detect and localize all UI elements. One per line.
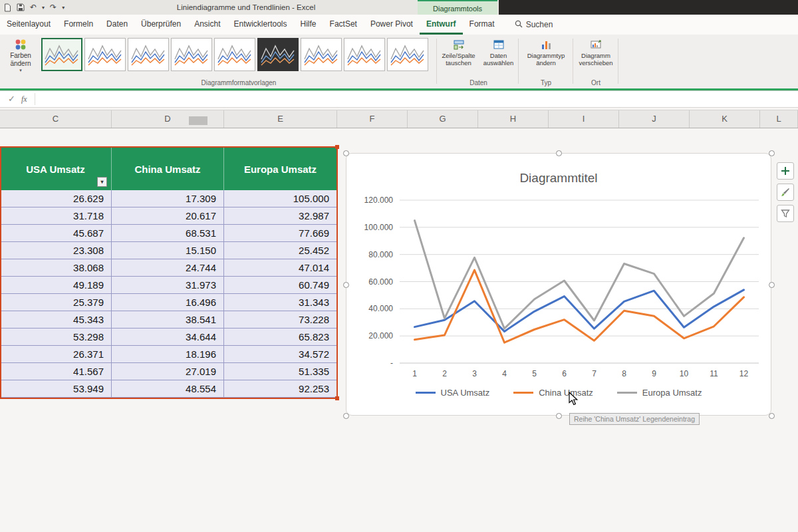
table-cell[interactable]: 38.541 [112, 311, 224, 329]
chart-style-5[interactable] [214, 38, 255, 71]
chart-style-7[interactable] [301, 38, 342, 71]
table-cell[interactable]: 68.531 [112, 225, 224, 242]
change-chart-type-button[interactable]: Diagrammtyp ändern [527, 38, 565, 67]
table-cell[interactable]: 77.669 [224, 225, 337, 242]
ribbon-tab-format[interactable]: Format [463, 15, 501, 35]
ribbon-tab-berpr-fen[interactable]: Überprüfen [134, 15, 188, 35]
table-cell[interactable]: 32.987 [224, 207, 337, 225]
table-cell[interactable]: 31.718 [0, 207, 112, 225]
ribbon-tab-factset[interactable]: FactSet [323, 15, 364, 35]
table-cell[interactable]: 65.823 [224, 329, 337, 346]
table-cell[interactable]: 25.379 [0, 294, 112, 311]
table-cell[interactable]: 51.335 [224, 363, 337, 380]
change-colors-button[interactable]: Farben ändern ▾ [3, 38, 39, 86]
column-header-C[interactable]: C [0, 110, 112, 128]
enter-check-icon[interactable]: ✓ [8, 91, 15, 107]
table-cell[interactable]: 20.617 [112, 207, 224, 225]
legend-item-china-umsatz[interactable]: China Umsatz [513, 388, 593, 398]
table-cell[interactable]: 48.554 [112, 380, 224, 398]
ribbon-tab-power-pivot[interactable]: Power Pivot [364, 15, 420, 35]
ribbon-tab-hilfe[interactable]: Hilfe [294, 15, 323, 35]
chart-style-6[interactable] [257, 38, 299, 71]
chart-style-4[interactable] [171, 38, 212, 71]
column-header-I[interactable]: I [549, 110, 619, 128]
chart-resize-handle[interactable] [769, 413, 775, 419]
column-header-J[interactable]: J [619, 110, 690, 128]
undo-caret-icon[interactable]: ▾ [42, 2, 45, 13]
table-cell[interactable]: 34.644 [112, 329, 224, 346]
table-cell[interactable]: 92.253 [224, 380, 337, 398]
table-cell[interactable]: 45.687 [0, 225, 112, 242]
chart-resize-handle[interactable] [556, 150, 562, 156]
ribbon-tab-daten[interactable]: Daten [100, 15, 134, 35]
chart-resize-handle[interactable] [343, 413, 349, 419]
ribbon-tab-ansicht[interactable]: Ansicht [188, 15, 227, 35]
chart-style-8[interactable] [344, 38, 385, 71]
chart-resize-handle[interactable] [343, 282, 349, 288]
context-tab-diagrammtools[interactable]: Diagrammtools [418, 0, 497, 15]
chart-filters-button[interactable] [777, 205, 794, 222]
chart-style-1[interactable] [41, 38, 82, 71]
table-cell[interactable]: 25.452 [224, 242, 337, 259]
column-header-G[interactable]: G [408, 110, 478, 128]
chart-styles-button[interactable] [777, 184, 794, 201]
filter-dropdown-icon[interactable]: ▾ [97, 177, 107, 187]
chart-style-3[interactable] [128, 38, 169, 71]
column-header-E[interactable]: E [224, 110, 337, 128]
move-chart-button[interactable]: Diagramm verschieben [577, 38, 615, 67]
column-header-K[interactable]: K [690, 110, 760, 128]
table-cell[interactable]: 45.343 [0, 311, 112, 329]
undo-icon[interactable]: ↶ [30, 2, 37, 13]
table-cell[interactable]: 16.496 [112, 294, 224, 311]
table-cell[interactable]: 41.567 [0, 363, 112, 380]
table-cell[interactable]: 27.019 [112, 363, 224, 380]
table-cell[interactable]: 73.228 [224, 311, 337, 329]
table-cell[interactable]: 23.308 [0, 242, 112, 259]
chart-resize-handle[interactable] [556, 413, 562, 419]
table-cell[interactable]: 31.343 [224, 294, 337, 311]
legend-item-usa-umsatz[interactable]: USA Umsatz [416, 388, 490, 398]
table-cell[interactable]: 49.189 [0, 277, 112, 294]
column-header-H[interactable]: H [478, 110, 549, 128]
column-header-F[interactable]: F [337, 110, 408, 128]
ribbon-search[interactable]: Suchen [515, 15, 553, 35]
file-icon[interactable] [4, 2, 11, 13]
chart[interactable]: -20.00040.00060.00080.000100.000120.0001… [346, 153, 771, 416]
swap-row-column-button[interactable]: Zeile/Spalte tauschen [440, 38, 478, 67]
chart-style-2[interactable] [84, 38, 126, 71]
legend-item-europa-umsatz[interactable]: Europa Umsatz [617, 388, 702, 398]
ribbon-tab-formeln[interactable]: Formeln [57, 15, 100, 35]
table-cell[interactable]: 105.000 [224, 190, 337, 207]
ribbon-tab-entwicklertools[interactable]: Entwicklertools [227, 15, 294, 35]
table-header-usa-umsatz[interactable]: USA Umsatz▾ [0, 148, 112, 190]
table-cell[interactable]: 17.309 [112, 190, 224, 207]
table-cell[interactable]: 26.371 [0, 346, 112, 363]
table-cell[interactable]: 18.196 [112, 346, 224, 363]
table-header-europa-umsatz[interactable]: Europa Umsatz [224, 148, 337, 190]
insert-function-icon[interactable]: fx [21, 91, 27, 107]
table-cell[interactable]: 53.298 [0, 329, 112, 346]
chart-style-9[interactable] [387, 38, 428, 71]
table-cell[interactable]: 34.572 [224, 346, 337, 363]
ribbon-tab-entwurf[interactable]: Entwurf [420, 15, 463, 35]
table-cell[interactable]: 31.973 [112, 277, 224, 294]
chart-resize-handle[interactable] [769, 282, 775, 288]
column-header-L[interactable]: L [760, 110, 798, 128]
table-cell[interactable]: 26.629 [0, 190, 112, 207]
formula-input[interactable] [37, 91, 798, 107]
table-cell[interactable]: 15.150 [112, 242, 224, 259]
table-cell[interactable]: 53.949 [0, 380, 112, 398]
table-cell[interactable]: 24.744 [112, 259, 224, 277]
select-data-button[interactable]: Daten auswählen [479, 38, 518, 67]
redo-icon[interactable]: ↷ [50, 2, 57, 13]
chart-resize-handle[interactable] [769, 150, 775, 156]
table-cell[interactable]: 38.068 [0, 259, 112, 277]
chart-resize-handle[interactable] [343, 150, 349, 156]
table-cell[interactable]: 60.749 [224, 277, 337, 294]
save-icon[interactable] [17, 2, 25, 13]
qat-customize-caret-icon[interactable]: ▾ [62, 2, 65, 13]
chart-elements-button[interactable] [777, 162, 794, 180]
table-header-china-umsatz[interactable]: China Umsatz [112, 148, 224, 190]
table-cell[interactable]: 47.014 [224, 259, 337, 277]
chart-title[interactable]: Diagrammtitel [346, 171, 771, 186]
